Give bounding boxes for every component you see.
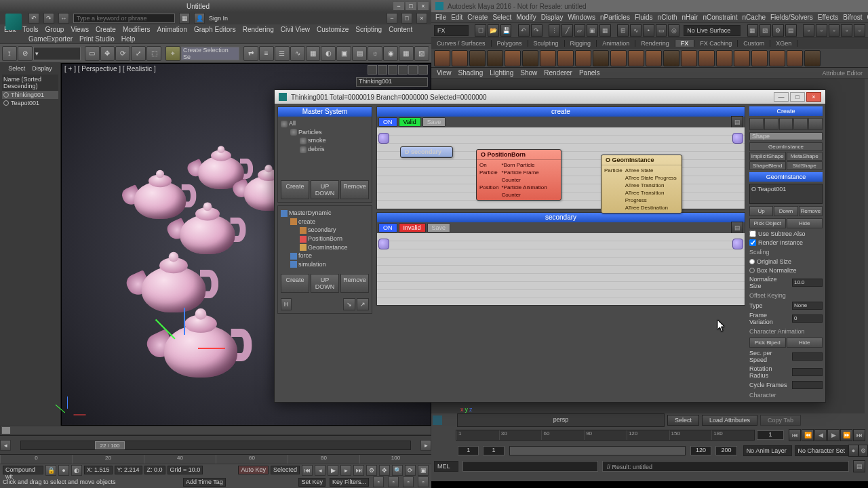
pm-shading[interactable]: Shading xyxy=(458,69,484,77)
m-effects[interactable]: Effects xyxy=(818,14,838,21)
hide-button[interactable]: Hide xyxy=(787,338,823,348)
keyfilters-button[interactable]: Key Filters... xyxy=(330,478,369,487)
named-selection-dropdown[interactable]: Create Selection Se xyxy=(181,47,239,60)
nav-4-icon[interactable]: ▫ xyxy=(418,476,429,487)
shelf-btn[interactable] xyxy=(522,50,538,66)
filter-dropdown[interactable]: ▾ xyxy=(33,47,81,60)
material-icon[interactable]: ◐ xyxy=(321,46,336,61)
debug-out-icon[interactable]: ↗ xyxy=(357,298,369,310)
geominstance-header[interactable]: GeomInstance xyxy=(749,172,823,182)
layers-icon[interactable]: ☰ xyxy=(275,46,290,61)
maya-time-ruler[interactable]: 1 30 60 90 120 150 180 xyxy=(456,430,755,441)
close-icon[interactable]: × xyxy=(418,2,429,10)
create-header[interactable]: Create xyxy=(749,106,823,116)
time-config-icon[interactable]: ⚙ xyxy=(366,465,377,476)
shelf-btn[interactable] xyxy=(804,50,821,66)
shelf-btn[interactable] xyxy=(593,50,609,66)
shelf-btn[interactable] xyxy=(663,50,679,66)
pm-renderer[interactable]: Renderer xyxy=(544,69,572,77)
use-subtree-checkbox[interactable]: Use Subtree Also xyxy=(749,230,823,237)
graph-secondary-header[interactable]: secondary xyxy=(377,213,745,222)
shelf-btn[interactable] xyxy=(698,50,715,66)
hide-button[interactable]: Hide xyxy=(787,218,823,228)
minimize-icon[interactable]: — xyxy=(774,92,789,102)
save-button[interactable]: Save xyxy=(422,117,446,127)
sel-edge-icon[interactable]: ╱ xyxy=(561,24,573,37)
type-dropdown[interactable]: None xyxy=(792,302,823,310)
graph-menu-icon[interactable]: ▤ xyxy=(731,222,743,234)
node-positionborn[interactable]: O PositionBorn On*Born Particle Particle… xyxy=(476,149,561,201)
m-bifrost[interactable]: Bifrost xyxy=(843,14,862,21)
shelf-btn[interactable] xyxy=(646,50,662,66)
create-button[interactable]: Create xyxy=(281,180,309,199)
shelf-btn[interactable] xyxy=(557,50,574,66)
input-port-icon[interactable] xyxy=(378,133,389,144)
vp-safe-icon[interactable] xyxy=(398,65,408,75)
axis-z-icon[interactable] xyxy=(184,308,185,335)
menu-scripting[interactable]: Scripting xyxy=(355,26,382,33)
on-toggle[interactable]: ON xyxy=(378,117,397,127)
goto-end-icon[interactable]: ⏭ xyxy=(353,465,364,476)
undo-icon[interactable]: ↶ xyxy=(28,13,39,24)
h-button[interactable]: H xyxy=(281,298,292,310)
shelf-btn[interactable] xyxy=(681,50,697,66)
snap-plane-icon[interactable]: ▭ xyxy=(656,24,667,37)
mirror-icon[interactable]: ⇄ xyxy=(243,46,258,61)
tk-titlebar[interactable]: Thinking001 Total=0000019 Branch=0000000… xyxy=(275,90,825,104)
pm-panels[interactable]: Panels xyxy=(579,69,600,77)
m-select[interactable]: Select xyxy=(492,14,511,21)
attribute-editor-label[interactable]: Attribute Editor xyxy=(822,70,863,77)
link-icon[interactable]: ↔ xyxy=(58,13,69,24)
render-view-icon[interactable]: ▤ xyxy=(785,24,797,37)
tab-shapeblend[interactable]: ShapeBlend xyxy=(749,161,786,170)
shelf-btn[interactable] xyxy=(787,50,803,66)
shelf-btn[interactable] xyxy=(469,50,486,66)
shelf-xgen[interactable]: XGen xyxy=(770,40,797,47)
goto-start-icon[interactable]: ⏮ xyxy=(302,465,313,476)
render-setup-icon[interactable]: ▣ xyxy=(336,46,351,61)
vp-cube-icon[interactable] xyxy=(433,415,442,425)
menu-civilview[interactable]: Civil View xyxy=(281,26,310,33)
shelf-btn[interactable] xyxy=(575,50,591,66)
sel-vert-icon[interactable]: ⋮ xyxy=(549,24,560,37)
close-icon[interactable]: × xyxy=(806,92,821,102)
module-dropdown[interactable]: FX xyxy=(434,25,469,36)
x-field[interactable]: X: 1.515 xyxy=(84,466,113,474)
pm-show[interactable]: Show xyxy=(520,69,537,77)
output-port-icon[interactable] xyxy=(732,133,743,144)
shelf-btn[interactable] xyxy=(434,50,450,66)
normalize-size-field[interactable]: 10.0 xyxy=(792,279,823,287)
align-icon[interactable]: ≡ xyxy=(259,46,274,61)
workspace-icon[interactable]: ▦ xyxy=(179,13,190,24)
lock-icon[interactable]: 🔒 xyxy=(45,465,56,476)
viewport-hscroll[interactable] xyxy=(0,426,431,435)
move-icon[interactable]: ✥ xyxy=(100,46,115,61)
shelf-btn[interactable] xyxy=(487,50,503,66)
vp-grid-icon[interactable] xyxy=(388,65,397,75)
scale-icon[interactable]: ⤢ xyxy=(131,46,146,61)
menu-rendering[interactable]: Rendering xyxy=(243,26,274,33)
sel-obj-icon[interactable]: ▣ xyxy=(587,24,598,37)
panel-5-icon[interactable]: ▫ xyxy=(854,24,865,37)
range-start[interactable]: 1 xyxy=(458,446,479,455)
select-link-icon[interactable]: ⟟ xyxy=(2,46,17,61)
maximize-icon[interactable]: □ xyxy=(406,2,416,10)
menu-modifiers[interactable]: Modifiers xyxy=(123,26,151,33)
updown-button[interactable]: UPDOWN xyxy=(311,180,339,199)
save-icon[interactable]: 💾 xyxy=(500,24,512,37)
updown-button[interactable]: UPDOWN xyxy=(311,274,339,293)
nav-3-icon[interactable]: ▫ xyxy=(403,476,414,487)
menu-content[interactable]: Content xyxy=(389,26,412,33)
remove-button[interactable]: Remove xyxy=(799,206,823,216)
cat-1-icon[interactable] xyxy=(749,118,764,130)
input-port-icon[interactable] xyxy=(378,239,389,249)
master-system-header[interactable]: Master System xyxy=(278,107,372,117)
panel-4-icon[interactable]: ▫ xyxy=(841,24,852,37)
sel-face-icon[interactable]: ▱ xyxy=(574,24,586,37)
menu-help[interactable]: Help xyxy=(121,35,136,43)
shelf-btn[interactable] xyxy=(540,50,556,66)
open-icon[interactable]: 📂 xyxy=(488,24,499,37)
maximize-icon[interactable]: □ xyxy=(790,92,805,102)
shelf-btn[interactable] xyxy=(751,50,768,66)
step-fwd-icon[interactable]: ⏩ xyxy=(840,429,852,441)
